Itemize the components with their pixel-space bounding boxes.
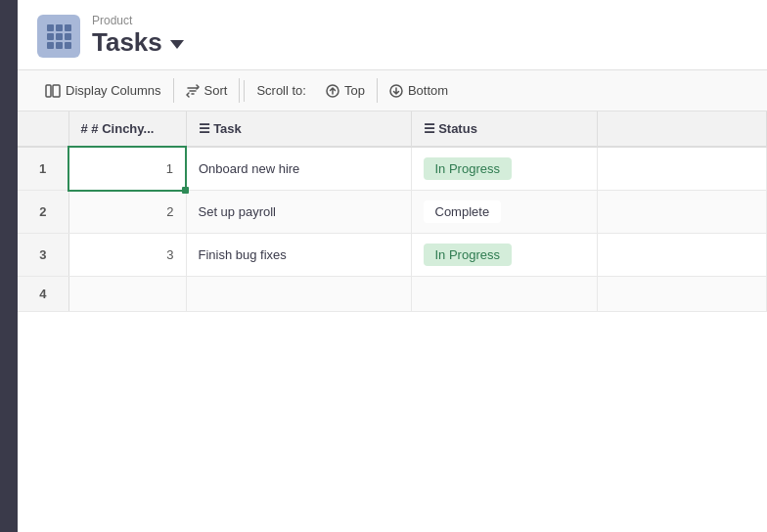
cell-cinchy[interactable]: 3 <box>68 234 186 277</box>
cell-extra <box>597 277 767 312</box>
svg-rect-2 <box>65 24 71 31</box>
top-label: Top <box>344 83 365 98</box>
toolbar-separator <box>244 80 245 102</box>
table-header-row: # # Cinchy... ☰ Task ☰ Status <box>18 111 767 147</box>
bottom-icon <box>389 84 403 98</box>
cell-status[interactable] <box>411 277 597 312</box>
svg-rect-9 <box>46 85 51 97</box>
title-dropdown-arrow[interactable] <box>170 40 184 49</box>
columns-icon <box>45 84 61 98</box>
scroll-bottom-button[interactable]: Bottom <box>378 78 460 103</box>
table-row[interactable]: 22Set up payrollComplete <box>18 191 767 234</box>
table-body: 11Onboard new hireIn Progress22Set up pa… <box>18 147 767 312</box>
table-row[interactable]: 4 <box>18 277 767 312</box>
tasks-table: # # Cinchy... ☰ Task ☰ Status 11Onboard … <box>18 111 767 312</box>
table-row[interactable]: 11Onboard new hireIn Progress <box>18 147 767 191</box>
cell-cinchy[interactable] <box>68 277 186 312</box>
col-header-task-label: Task <box>213 121 242 136</box>
cell-row-num: 1 <box>18 147 68 191</box>
cell-status[interactable]: Complete <box>411 191 597 234</box>
main-content: Product Tasks Display Columns <box>18 0 767 532</box>
status-list-icon: ☰ <box>424 121 439 136</box>
cell-cinchy[interactable]: 2 <box>68 191 186 234</box>
scroll-to-label: Scroll to: <box>248 78 314 103</box>
svg-rect-3 <box>47 33 54 40</box>
cell-status[interactable]: In Progress <box>411 234 597 277</box>
header-title-row: Tasks <box>92 27 184 58</box>
grid-icon <box>45 22 72 50</box>
display-columns-label: Display Columns <box>66 83 161 98</box>
cell-task[interactable]: Onboard new hire <box>186 147 411 191</box>
header-subtitle: Product <box>92 14 184 27</box>
display-columns-button[interactable]: Display Columns <box>33 78 174 103</box>
cell-extra <box>597 147 767 191</box>
cell-extra <box>597 234 767 277</box>
sort-label: Sort <box>204 83 228 98</box>
col-header-task[interactable]: ☰ Task <box>186 111 411 147</box>
header-title-area: Product Tasks <box>92 14 184 58</box>
cell-row-num: 4 <box>18 277 68 312</box>
product-icon <box>37 15 80 58</box>
svg-rect-7 <box>56 42 63 49</box>
status-badge: In Progress <box>424 244 512 266</box>
svg-rect-5 <box>65 33 71 40</box>
bottom-label: Bottom <box>408 83 448 98</box>
page-title: Tasks <box>92 27 162 58</box>
sidebar-strip <box>0 0 18 532</box>
cell-task[interactable] <box>186 277 411 312</box>
svg-rect-10 <box>53 85 60 97</box>
col-header-row-num <box>18 111 68 147</box>
svg-rect-8 <box>65 42 71 49</box>
cell-status[interactable]: In Progress <box>411 147 597 191</box>
col-header-status[interactable]: ☰ Status <box>411 111 597 147</box>
col-header-cinchy[interactable]: # # Cinchy... <box>68 111 186 147</box>
svg-rect-4 <box>56 33 63 40</box>
top-icon <box>326 84 339 98</box>
scroll-top-button[interactable]: Top <box>314 78 378 103</box>
col-header-extra <box>597 111 767 147</box>
col-header-status-label: Status <box>438 121 477 136</box>
svg-rect-1 <box>56 24 63 31</box>
sort-icon <box>186 84 200 98</box>
cell-row-num: 2 <box>18 191 68 234</box>
svg-rect-6 <box>47 42 54 49</box>
cell-extra <box>597 191 767 234</box>
status-badge: Complete <box>424 200 502 223</box>
cell-row-num: 3 <box>18 234 68 277</box>
list-icon: ☰ <box>199 121 214 136</box>
col-header-cinchy-icon: # <box>81 121 92 136</box>
status-badge: In Progress <box>424 157 512 180</box>
col-header-cinchy-label: # Cinchy... <box>91 121 154 136</box>
svg-rect-0 <box>47 24 54 31</box>
cell-task[interactable]: Set up payroll <box>186 191 411 234</box>
cell-task[interactable]: Finish bug fixes <box>186 234 411 277</box>
sort-button[interactable]: Sort <box>174 78 241 103</box>
header: Product Tasks <box>18 0 767 70</box>
table-wrapper: # # Cinchy... ☰ Task ☰ Status 11Onboard … <box>18 111 767 532</box>
table-row[interactable]: 33Finish bug fixesIn Progress <box>18 234 767 277</box>
toolbar: Display Columns Sort Scroll to: Top <box>18 70 767 111</box>
cell-cinchy[interactable]: 1 <box>68 147 186 191</box>
